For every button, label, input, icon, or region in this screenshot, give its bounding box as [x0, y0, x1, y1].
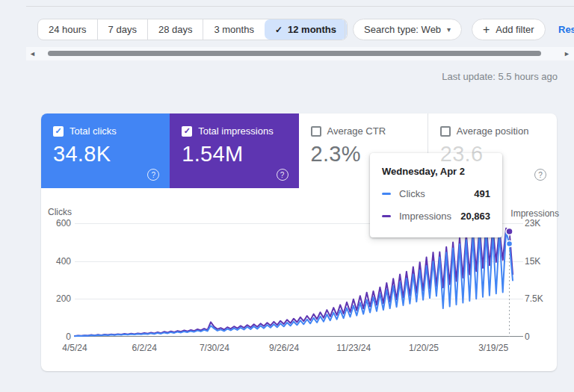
help-icon[interactable]: ?: [277, 169, 288, 181]
metric-label: Total impressions: [198, 125, 273, 137]
metric-total-clicks[interactable]: ✓ Total clicks 34.8K ?: [41, 113, 170, 188]
range-3-months[interactable]: 3 months: [203, 19, 264, 40]
metric-value: 34.8K: [53, 142, 158, 167]
right-axis-tick: 15K: [525, 256, 558, 267]
x-axis-label: 11/23/24: [330, 343, 377, 353]
x-axis-label: 4/5/24: [51, 343, 99, 353]
reset-link[interactable]: Reset: [558, 24, 574, 35]
metric-value: 23.6: [440, 142, 545, 167]
hover-dot-impressions: [506, 228, 513, 235]
tooltip-row-impressions: Impressions 20,863: [382, 211, 490, 222]
range-label: 3 months: [214, 24, 253, 35]
x-axis-label: 6/2/24: [120, 343, 168, 353]
scroll-right-icon[interactable]: ►: [564, 50, 570, 57]
scrollbar-thumb[interactable]: [48, 51, 541, 56]
date-range-group: 24 hours 7 days 28 days 3 months ✓ 12 mo…: [37, 19, 348, 40]
check-icon: ✓: [55, 126, 61, 136]
checkbox-average-position[interactable]: [440, 126, 451, 137]
metric-label: Total clicks: [70, 125, 117, 137]
right-axis-title: Impressions: [505, 208, 559, 219]
metric-value: 1.54M: [182, 142, 286, 167]
tooltip-date: Wednesday, Apr 2: [382, 166, 490, 177]
clicks-series-marker: [382, 193, 391, 196]
metric-label: Average CTR: [327, 125, 386, 137]
checkbox-total-clicks[interactable]: ✓: [53, 126, 64, 137]
checkbox-total-impressions[interactable]: ✓: [182, 126, 192, 137]
left-axis-tick: 200: [41, 293, 71, 304]
range-12-months[interactable]: ✓ 12 months: [265, 19, 347, 40]
x-axis-labels: 4/5/246/2/247/30/249/26/2411/23/241/20/2…: [75, 343, 523, 353]
checkbox-average-ctr[interactable]: [311, 126, 321, 137]
right-axis-tick: 23K: [525, 218, 558, 228]
tooltip-row-clicks: Clicks 491: [382, 188, 490, 199]
range-label: 12 months: [288, 24, 336, 35]
x-axis-label: 9/26/24: [260, 343, 308, 353]
range-label: 28 days: [158, 24, 193, 35]
search-type-label: Search type: Web: [364, 24, 441, 35]
metric-head: ✓ Total clicks: [53, 125, 158, 137]
add-filter-label: Add filter: [496, 24, 534, 35]
add-filter-button[interactable]: + Add filter: [472, 19, 546, 40]
top-divider: [26, 6, 574, 7]
toolbar-divider: [345, 20, 345, 39]
metric-head: ✓ Total impressions: [182, 125, 286, 137]
last-update-text: Last update: 5.5 hours ago: [442, 71, 558, 82]
range-28-days[interactable]: 28 days: [147, 19, 203, 40]
metric-head: Average position: [440, 125, 545, 137]
plus-icon: +: [483, 23, 490, 37]
check-icon: ✓: [184, 126, 191, 136]
scroll-left-icon[interactable]: ◄: [29, 50, 36, 57]
range-24-hours[interactable]: 24 hours: [38, 19, 97, 40]
left-axis-tick: 400: [41, 256, 71, 267]
chart-canvas[interactable]: [75, 223, 516, 337]
left-axis-title: Clicks: [48, 207, 72, 217]
left-axis-tick: 600: [41, 218, 71, 228]
metric-head: Average CTR: [311, 125, 416, 137]
range-7-days[interactable]: 7 days: [97, 19, 147, 40]
metric-total-impressions[interactable]: ✓ Total impressions 1.54M ?: [170, 113, 298, 188]
impressions-series-marker: [382, 215, 391, 218]
series-impressions-line: [75, 224, 513, 336]
tooltip-label: Clicks: [399, 188, 474, 199]
tooltip-label: Impressions: [399, 211, 460, 222]
tooltip-value: 20,863: [460, 211, 490, 222]
metric-label: Average position: [457, 125, 529, 137]
search-type-dropdown[interactable]: Search type: Web ▾: [353, 19, 462, 40]
right-axis-tick: 7.5K: [525, 293, 558, 304]
left-axis-tick: 0: [41, 332, 71, 342]
help-icon[interactable]: ?: [534, 169, 546, 181]
range-label: 7 days: [108, 24, 137, 35]
x-axis-label: 7/30/24: [191, 343, 238, 353]
x-axis-label: 1/20/25: [400, 343, 448, 353]
x-axis-label: 3/19/25: [469, 343, 517, 353]
range-label: 24 hours: [49, 24, 87, 35]
help-icon[interactable]: ?: [147, 169, 159, 181]
chevron-down-icon: ▾: [447, 25, 451, 34]
right-axis-tick: 0: [525, 332, 558, 342]
hover-dot-clicks: [507, 241, 513, 247]
tooltip-value: 491: [474, 188, 490, 199]
check-icon: ✓: [275, 25, 283, 35]
